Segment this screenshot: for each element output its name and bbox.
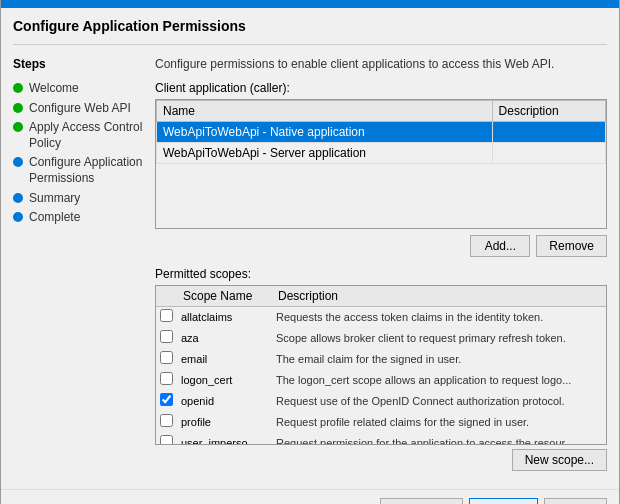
scope-checkbox[interactable] [160,414,173,427]
col-scope-name: Scope Name [177,286,272,307]
step-dot-summary [13,193,23,203]
scope-checkbox[interactable] [160,372,173,385]
scope-name-cell: user_imperso... [177,433,272,446]
step-dot-apply-access-control [13,122,23,132]
list-item: user_imperso... Request permission for t… [156,433,606,446]
scopes-table-body: allatclaims Requests the access token cl… [156,307,606,446]
cancel-button[interactable]: Cancel [544,498,607,504]
scope-desc-cell: Request profile related claims for the s… [272,412,606,433]
scopes-container: Scope Name Description allatclaims Reque… [155,285,607,445]
main-panel: Configure permissions to enable client a… [155,57,607,477]
previous-button[interactable]: < Previous [380,498,463,504]
new-scope-row: New scope... [155,449,607,471]
scope-checkbox[interactable] [160,393,173,406]
steps-heading: Steps [13,57,143,71]
step-label-configure-app-permissions: Configure Application Permissions [29,155,143,186]
step-dot-complete [13,212,23,222]
scope-checkbox-cell [156,349,177,370]
scope-name-cell: logon_cert [177,370,272,391]
new-scope-button[interactable]: New scope... [512,449,607,471]
description-text: Configure permissions to enable client a… [155,57,607,71]
col-name: Name [157,101,493,122]
steps-panel: Steps Welcome Configure Web API Apply Ac… [13,57,143,477]
table-row[interactable]: WebApiToWebApi - Server application [157,143,606,164]
list-item: logon_cert The logon_cert scope allows a… [156,370,606,391]
title-bar: ⊞ Add a new application to WebApiToWebAp… [1,0,619,8]
scope-name-cell: profile [177,412,272,433]
scope-name-cell: aza [177,328,272,349]
scope-checkbox[interactable] [160,309,173,322]
step-label-apply-access-control: Apply Access Control Policy [29,120,143,151]
steps-list: Welcome Configure Web API Apply Access C… [13,79,143,228]
page-heading: Configure Application Permissions [13,18,607,34]
scope-checkbox[interactable] [160,330,173,343]
client-table-body: WebApiToWebApi - Native application WebA… [157,122,606,164]
remove-button[interactable]: Remove [536,235,607,257]
list-item: aza Scope allows broker client to reques… [156,328,606,349]
client-section-label: Client application (caller): [155,81,607,95]
step-item-configure-web-api: Configure Web API [13,99,143,119]
add-button[interactable]: Add... [470,235,530,257]
col-description: Description [492,101,605,122]
step-label-complete: Complete [29,210,80,226]
col-scope-desc: Description [272,286,606,307]
step-label-welcome: Welcome [29,81,79,97]
client-table: Name Description WebApiToWebApi - Native… [156,100,606,164]
client-desc-cell [492,143,605,164]
scope-desc-cell: Requests the access token claims in the … [272,307,606,328]
scopes-label: Permitted scopes: [155,267,607,281]
list-item: allatclaims Requests the access token cl… [156,307,606,328]
step-item-complete: Complete [13,208,143,228]
client-btn-row: Add... Remove [155,235,607,257]
step-label-configure-web-api: Configure Web API [29,101,131,117]
scope-desc-cell: The logon_cert scope allows an applicati… [272,370,606,391]
scope-desc-cell: Request permission for the application t… [272,433,606,446]
scope-name-cell: openid [177,391,272,412]
col-check [156,286,177,307]
scope-checkbox-cell [156,370,177,391]
list-item: openid Request use of the OpenID Connect… [156,391,606,412]
scope-desc-cell: Scope allows broker client to request pr… [272,328,606,349]
step-dot-configure-app-permissions [13,157,23,167]
scope-checkbox-cell [156,433,177,446]
scopes-table: Scope Name Description allatclaims Reque… [156,286,606,445]
client-list-container: Name Description WebApiToWebApi - Native… [155,99,607,229]
client-name-cell: WebApiToWebApi - Server application [157,143,493,164]
scope-checkbox-cell [156,328,177,349]
step-item-configure-app-permissions: Configure Application Permissions [13,153,143,188]
step-item-summary: Summary [13,189,143,209]
list-item: profile Request profile related claims f… [156,412,606,433]
scope-name-cell: allatclaims [177,307,272,328]
scope-desc-cell: Request use of the OpenID Connect author… [272,391,606,412]
client-desc-cell [492,122,605,143]
scope-desc-cell: The email claim for the signed in user. [272,349,606,370]
dialog-body: Steps Welcome Configure Web API Apply Ac… [1,45,619,489]
scope-name-cell: email [177,349,272,370]
step-item-welcome: Welcome [13,79,143,99]
scope-checkbox[interactable] [160,351,173,364]
scope-checkbox[interactable] [160,435,173,445]
table-row[interactable]: WebApiToWebApi - Native application [157,122,606,143]
dialog-container: ⊞ Add a new application to WebApiToWebAp… [0,0,620,504]
scope-checkbox-cell [156,307,177,328]
step-dot-welcome [13,83,23,93]
scope-checkbox-cell [156,412,177,433]
step-label-summary: Summary [29,191,80,207]
client-name-cell: WebApiToWebApi - Native application [157,122,493,143]
list-item: email The email claim for the signed in … [156,349,606,370]
step-dot-configure-web-api [13,103,23,113]
step-item-apply-access-control: Apply Access Control Policy [13,118,143,153]
footer: < Previous Next > Cancel [1,489,619,504]
scope-checkbox-cell [156,391,177,412]
close-button[interactable]: ✕ [589,0,609,2]
next-button[interactable]: Next > [469,498,538,504]
